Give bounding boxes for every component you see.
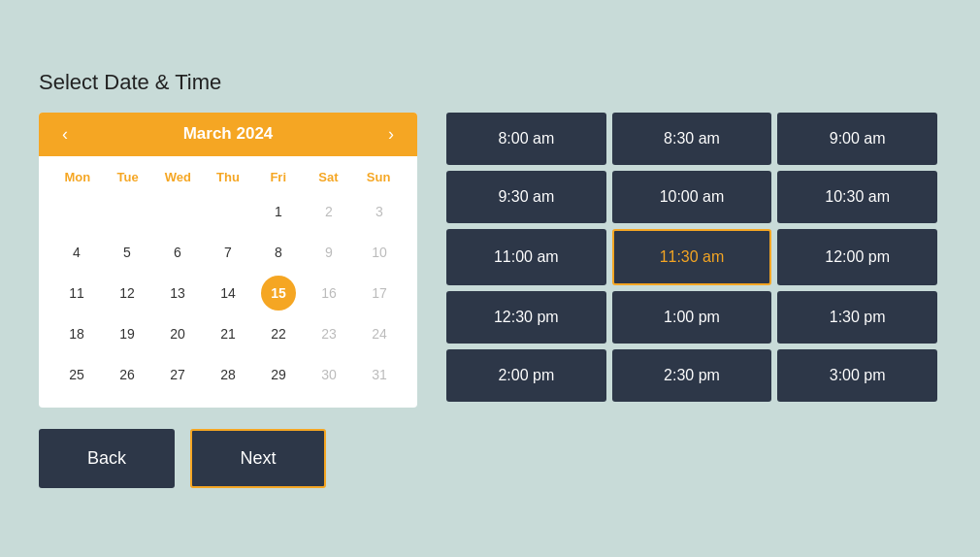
day-header-label: Tue bbox=[103, 166, 153, 188]
time-slot-button[interactable]: 8:00 am bbox=[446, 113, 606, 165]
calendar-day[interactable]: 23 bbox=[311, 316, 346, 351]
time-slot-button[interactable]: 1:30 pm bbox=[777, 291, 937, 344]
calendar-day[interactable]: 1 bbox=[261, 194, 296, 229]
calendar-day[interactable]: 28 bbox=[211, 357, 245, 392]
calendar-day[interactable]: 13 bbox=[160, 276, 195, 311]
day-header-label: Wed bbox=[152, 166, 203, 188]
calendar-day bbox=[160, 194, 195, 229]
calendar-day[interactable]: 24 bbox=[362, 316, 397, 351]
calendar-day[interactable]: 20 bbox=[160, 316, 195, 351]
time-slot-button[interactable]: 12:30 pm bbox=[446, 291, 606, 344]
calendar-day[interactable]: 11 bbox=[59, 276, 94, 311]
day-header-label: Thu bbox=[203, 166, 253, 188]
back-button[interactable]: Back bbox=[39, 429, 175, 488]
prev-month-button[interactable]: ‹ bbox=[54, 122, 76, 147]
calendar-day[interactable]: 31 bbox=[362, 357, 397, 392]
day-header-label: Sat bbox=[304, 166, 354, 188]
day-header-label: Sun bbox=[353, 166, 404, 188]
calendar-day[interactable]: 19 bbox=[110, 316, 145, 351]
calendar-day[interactable]: 5 bbox=[110, 235, 145, 270]
time-slot-button[interactable]: 2:30 pm bbox=[612, 349, 772, 402]
month-year-label: March 2024 bbox=[183, 124, 274, 144]
calendar-day[interactable]: 7 bbox=[211, 235, 245, 270]
calendar-day[interactable]: 21 bbox=[211, 316, 245, 351]
calendar-day[interactable]: 30 bbox=[311, 357, 346, 392]
calendar-day[interactable]: 8 bbox=[261, 235, 296, 270]
time-slot-button[interactable]: 9:30 am bbox=[446, 171, 606, 223]
calendar-day[interactable]: 2 bbox=[311, 194, 346, 229]
time-slot-button[interactable]: 10:00 am bbox=[612, 171, 772, 223]
time-slot-button[interactable]: 1:00 pm bbox=[612, 291, 772, 344]
calendar-day[interactable]: 29 bbox=[261, 357, 296, 392]
calendar-day[interactable]: 18 bbox=[59, 316, 94, 351]
calendar-grid: MonTueWedThuFriSatSun 123456789101112131… bbox=[39, 156, 417, 408]
time-slot-button[interactable]: 11:00 am bbox=[446, 229, 606, 285]
time-slot-button[interactable]: 9:00 am bbox=[777, 113, 937, 165]
page-container: Select Date & Time ‹ March 2024 › MonTue… bbox=[0, 41, 980, 517]
calendar-day[interactable]: 25 bbox=[59, 357, 94, 392]
days-grid: 1234567891011121314151617181920212223242… bbox=[52, 192, 404, 394]
calendar-day[interactable]: 17 bbox=[362, 276, 397, 311]
time-slot-button[interactable]: 8:30 am bbox=[612, 113, 772, 165]
calendar: ‹ March 2024 › MonTueWedThuFriSatSun 123… bbox=[39, 113, 417, 408]
day-header-label: Mon bbox=[52, 166, 103, 188]
calendar-header: ‹ March 2024 › bbox=[39, 113, 417, 156]
calendar-day[interactable]: 10 bbox=[362, 235, 397, 270]
time-slots-scroll: 8:00 am8:30 am9:00 am9:30 am10:00 am10:3… bbox=[446, 113, 941, 402]
time-slot-button[interactable]: 12:00 pm bbox=[777, 229, 937, 285]
buttons-area: Back Next bbox=[39, 429, 941, 488]
calendar-day[interactable]: 22 bbox=[261, 316, 296, 351]
calendar-day[interactable]: 14 bbox=[211, 276, 245, 311]
day-header-label: Fri bbox=[253, 166, 304, 188]
calendar-day[interactable]: 16 bbox=[311, 276, 346, 311]
calendar-day[interactable]: 26 bbox=[110, 357, 145, 392]
calendar-day bbox=[110, 194, 145, 229]
next-month-button[interactable]: › bbox=[380, 122, 402, 147]
calendar-day[interactable]: 9 bbox=[311, 235, 346, 270]
calendar-day[interactable]: 4 bbox=[59, 235, 94, 270]
calendar-day bbox=[59, 194, 94, 229]
time-slot-button[interactable]: 3:00 pm bbox=[777, 349, 937, 402]
calendar-day[interactable]: 6 bbox=[160, 235, 195, 270]
day-headers: MonTueWedThuFriSatSun bbox=[52, 166, 404, 188]
time-slot-button[interactable]: 2:00 pm bbox=[446, 349, 606, 402]
time-slot-button[interactable]: 10:30 am bbox=[777, 171, 937, 223]
next-button[interactable]: Next bbox=[190, 429, 326, 488]
main-content: ‹ March 2024 › MonTueWedThuFriSatSun 123… bbox=[39, 113, 941, 408]
calendar-day bbox=[211, 194, 245, 229]
calendar-day[interactable]: 3 bbox=[362, 194, 397, 229]
calendar-day[interactable]: 27 bbox=[160, 357, 195, 392]
time-slot-button[interactable]: 11:30 am bbox=[612, 229, 772, 285]
calendar-day[interactable]: 15 bbox=[261, 276, 296, 311]
calendar-day[interactable]: 12 bbox=[110, 276, 145, 311]
page-title: Select Date & Time bbox=[39, 70, 941, 95]
time-slots-container: 8:00 am8:30 am9:00 am9:30 am10:00 am10:3… bbox=[446, 113, 941, 402]
